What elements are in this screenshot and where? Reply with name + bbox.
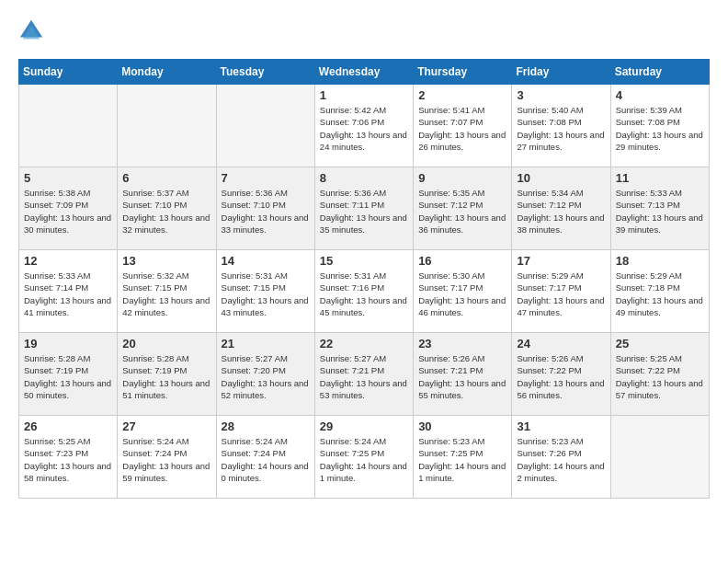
day-info: Sunrise: 5:29 AMSunset: 7:18 PMDaylight:… [616, 270, 704, 318]
calendar-cell: 3Sunrise: 5:40 AMSunset: 7:08 PMDaylight… [512, 85, 610, 167]
calendar-cell: 14Sunrise: 5:31 AMSunset: 7:15 PMDayligh… [216, 250, 314, 333]
day-info: Sunrise: 5:24 AMSunset: 7:24 PMDaylight:… [122, 435, 210, 484]
calendar-cell: 23Sunrise: 5:26 AMSunset: 7:21 PMDayligh… [414, 333, 512, 416]
day-number: 21 [222, 337, 310, 350]
day-info: Sunrise: 5:26 AMSunset: 7:21 PMDaylight:… [418, 352, 506, 401]
day-info: Sunrise: 5:25 AMSunset: 7:22 PMDaylight:… [616, 352, 704, 401]
day-info: Sunrise: 5:34 AMSunset: 7:12 PMDaylight:… [517, 187, 605, 236]
calendar-cell: 30Sunrise: 5:23 AMSunset: 7:25 PMDayligh… [414, 416, 512, 499]
day-number: 7 [222, 171, 310, 185]
calendar-cell: 21Sunrise: 5:27 AMSunset: 7:20 PMDayligh… [216, 333, 314, 416]
calendar-cell: 12Sunrise: 5:33 AMSunset: 7:14 PMDayligh… [19, 250, 118, 333]
day-number: 9 [418, 171, 506, 185]
day-number: 5 [24, 171, 112, 185]
day-info: Sunrise: 5:38 AMSunset: 7:09 PMDaylight:… [24, 187, 112, 236]
day-header-wednesday: Wednesday [314, 60, 413, 85]
calendar-cell [19, 85, 118, 167]
day-header-thursday: Thursday [414, 60, 512, 85]
calendar-cell: 22Sunrise: 5:27 AMSunset: 7:21 PMDayligh… [314, 333, 413, 416]
day-info: Sunrise: 5:31 AMSunset: 7:15 PMDaylight:… [222, 270, 310, 318]
day-info: Sunrise: 5:28 AMSunset: 7:19 PMDaylight:… [24, 352, 112, 401]
day-info: Sunrise: 5:37 AMSunset: 7:10 PMDaylight:… [122, 187, 210, 236]
calendar-cell: 16Sunrise: 5:30 AMSunset: 7:17 PMDayligh… [414, 250, 512, 333]
day-info: Sunrise: 5:32 AMSunset: 7:15 PMDaylight:… [122, 270, 210, 318]
day-number: 10 [517, 171, 605, 185]
day-info: Sunrise: 5:23 AMSunset: 7:26 PMDaylight:… [517, 435, 605, 484]
day-number: 26 [24, 419, 112, 433]
day-info: Sunrise: 5:31 AMSunset: 7:16 PMDaylight:… [320, 270, 408, 318]
calendar-cell: 27Sunrise: 5:24 AMSunset: 7:24 PMDayligh… [118, 416, 216, 499]
calendar-week-1: 1Sunrise: 5:42 AMSunset: 7:06 PMDaylight… [19, 85, 710, 167]
day-number: 8 [320, 171, 408, 185]
day-info: Sunrise: 5:35 AMSunset: 7:12 PMDaylight:… [418, 187, 506, 236]
calendar-week-5: 26Sunrise: 5:25 AMSunset: 7:23 PMDayligh… [19, 416, 710, 499]
day-info: Sunrise: 5:23 AMSunset: 7:25 PMDaylight:… [418, 435, 506, 484]
calendar-cell: 19Sunrise: 5:28 AMSunset: 7:19 PMDayligh… [19, 333, 118, 416]
day-number: 12 [24, 254, 112, 268]
day-number: 20 [122, 337, 210, 350]
day-number: 18 [616, 254, 704, 268]
calendar-cell: 1Sunrise: 5:42 AMSunset: 7:06 PMDaylight… [314, 85, 413, 167]
day-number: 6 [122, 171, 210, 185]
logo [18, 18, 48, 44]
day-info: Sunrise: 5:41 AMSunset: 7:07 PMDaylight:… [418, 104, 506, 153]
day-number: 3 [517, 88, 605, 102]
day-number: 4 [616, 88, 704, 102]
day-number: 29 [320, 419, 408, 433]
day-number: 14 [222, 254, 310, 268]
day-info: Sunrise: 5:42 AMSunset: 7:06 PMDaylight:… [320, 104, 408, 153]
day-number: 27 [122, 419, 210, 433]
calendar-table: SundayMondayTuesdayWednesdayThursdayFrid… [18, 59, 710, 499]
day-info: Sunrise: 5:33 AMSunset: 7:13 PMDaylight:… [616, 187, 704, 236]
day-number: 22 [320, 337, 408, 350]
day-number: 25 [616, 337, 704, 350]
calendar-cell: 18Sunrise: 5:29 AMSunset: 7:18 PMDayligh… [610, 250, 709, 333]
day-number: 17 [517, 254, 605, 268]
day-number: 2 [418, 88, 506, 102]
day-info: Sunrise: 5:36 AMSunset: 7:11 PMDaylight:… [320, 187, 408, 236]
day-info: Sunrise: 5:36 AMSunset: 7:10 PMDaylight:… [222, 187, 310, 236]
day-info: Sunrise: 5:24 AMSunset: 7:24 PMDaylight:… [222, 435, 310, 484]
day-info: Sunrise: 5:30 AMSunset: 7:17 PMDaylight:… [418, 270, 506, 318]
day-info: Sunrise: 5:40 AMSunset: 7:08 PMDaylight:… [517, 104, 605, 153]
calendar-cell: 20Sunrise: 5:28 AMSunset: 7:19 PMDayligh… [118, 333, 216, 416]
day-number: 13 [122, 254, 210, 268]
day-number: 1 [320, 88, 408, 102]
day-header-friday: Friday [512, 60, 610, 85]
calendar-cell: 8Sunrise: 5:36 AMSunset: 7:11 PMDaylight… [314, 167, 413, 250]
day-info: Sunrise: 5:33 AMSunset: 7:14 PMDaylight:… [24, 270, 112, 318]
calendar-cell: 26Sunrise: 5:25 AMSunset: 7:23 PMDayligh… [19, 416, 118, 499]
calendar-cell: 31Sunrise: 5:23 AMSunset: 7:26 PMDayligh… [512, 416, 610, 499]
day-header-tuesday: Tuesday [216, 60, 314, 85]
day-info: Sunrise: 5:28 AMSunset: 7:19 PMDaylight:… [122, 352, 210, 401]
day-number: 30 [418, 419, 506, 433]
calendar-cell [118, 85, 216, 167]
day-header-monday: Monday [118, 60, 216, 85]
calendar-header: SundayMondayTuesdayWednesdayThursdayFrid… [19, 60, 710, 85]
calendar-cell: 6Sunrise: 5:37 AMSunset: 7:10 PMDaylight… [118, 167, 216, 250]
day-info: Sunrise: 5:39 AMSunset: 7:08 PMDaylight:… [616, 104, 704, 153]
calendar-cell: 7Sunrise: 5:36 AMSunset: 7:10 PMDaylight… [216, 167, 314, 250]
calendar-cell: 25Sunrise: 5:25 AMSunset: 7:22 PMDayligh… [610, 333, 709, 416]
day-info: Sunrise: 5:27 AMSunset: 7:21 PMDaylight:… [320, 352, 408, 401]
calendar-cell: 4Sunrise: 5:39 AMSunset: 7:08 PMDaylight… [610, 85, 709, 167]
calendar-cell: 10Sunrise: 5:34 AMSunset: 7:12 PMDayligh… [512, 167, 610, 250]
day-info: Sunrise: 5:27 AMSunset: 7:20 PMDaylight:… [222, 352, 310, 401]
day-info: Sunrise: 5:29 AMSunset: 7:17 PMDaylight:… [517, 270, 605, 318]
day-number: 28 [222, 419, 310, 433]
calendar-cell: 17Sunrise: 5:29 AMSunset: 7:17 PMDayligh… [512, 250, 610, 333]
day-header-saturday: Saturday [610, 60, 709, 85]
day-number: 11 [616, 171, 704, 185]
day-header-sunday: Sunday [19, 60, 118, 85]
logo-icon [18, 18, 44, 44]
calendar-week-4: 19Sunrise: 5:28 AMSunset: 7:19 PMDayligh… [19, 333, 710, 416]
day-info: Sunrise: 5:26 AMSunset: 7:22 PMDaylight:… [517, 352, 605, 401]
calendar-cell: 15Sunrise: 5:31 AMSunset: 7:16 PMDayligh… [314, 250, 413, 333]
calendar-cell: 13Sunrise: 5:32 AMSunset: 7:15 PMDayligh… [118, 250, 216, 333]
calendar-week-2: 5Sunrise: 5:38 AMSunset: 7:09 PMDaylight… [19, 167, 710, 250]
day-info: Sunrise: 5:25 AMSunset: 7:23 PMDaylight:… [24, 435, 112, 484]
day-number: 23 [418, 337, 506, 350]
calendar-cell: 24Sunrise: 5:26 AMSunset: 7:22 PMDayligh… [512, 333, 610, 416]
calendar-cell [216, 85, 314, 167]
calendar-body: 1Sunrise: 5:42 AMSunset: 7:06 PMDaylight… [19, 85, 710, 499]
